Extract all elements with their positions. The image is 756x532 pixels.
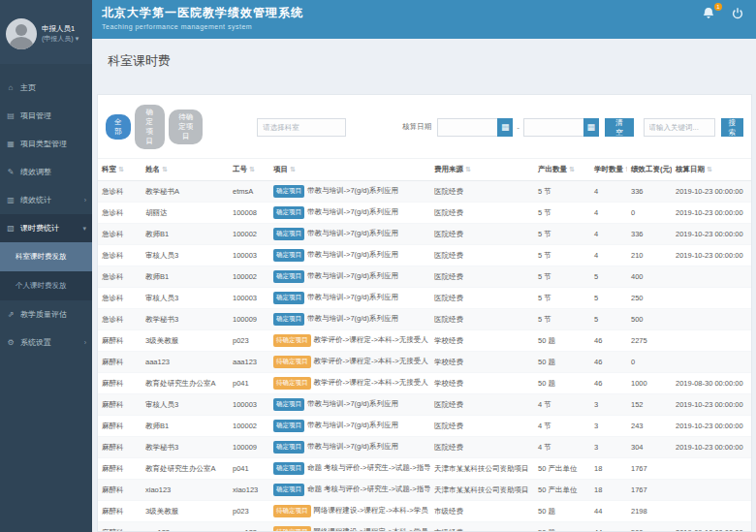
project-status-tag[interactable]: 确定项目 [273,270,304,283]
cell-date [672,266,751,288]
sidebar-item-performance-stats[interactable]: ▥ 绩效统计 › [0,186,92,214]
keyword-search-input[interactable] [644,118,715,137]
project-status-tag[interactable]: 确定项目 [273,462,304,475]
cell-dept: 急诊科 [98,203,142,224]
sidebar-item-project-type-management[interactable]: ▦ 项目类型管理 [0,130,92,158]
sort-icon[interactable]: ⇅ [465,166,471,172]
sidebar-item-system-settings[interactable]: ⚙ 系统设置 › [0,329,92,357]
table-row: 急诊科 审核人员3 100003 确定项目带教与培训->7(g/d)系列应用 医… [98,245,751,266]
table-row: 麻醉科 教育处研究生办公室A p041 确定项目命题 考核与评价->研究生->试… [98,458,751,480]
line-chart-icon: ⇗ [6,310,16,319]
cell-name: 审核人员3 [142,245,229,266]
sort-icon[interactable]: ⇅ [162,166,168,172]
sort-icon[interactable]: ⇅ [569,166,575,172]
sidebar-item-class-fee-stats[interactable]: ▧ 课时费统计 ▾ [0,214,92,242]
cell-output: 5 节 [534,181,590,203]
department-select-input[interactable] [257,118,346,137]
project-text: 带教与培训->7(g/d)系列应用 [307,207,398,216]
project-status-tag[interactable]: 待确定项目 [273,356,311,368]
edit-icon: ✎ [6,168,16,176]
cell-salary: 2198 [627,501,672,522]
cell-project: 确定项目带教与培训->7(g/d)系列应用 [269,309,430,330]
project-status-tag[interactable]: 确定项目 [273,441,304,454]
cell-output: 4 节 [534,394,590,416]
project-status-tag[interactable]: 确定项目 [273,249,304,262]
top-header: 北京大学第一医院教学绩效管理系统 Teaching performance ma… [92,0,756,39]
search-button[interactable]: 搜索 [721,118,744,137]
sidebar-item-home[interactable]: ⌂ 主页 [0,74,92,102]
cell-source: 医院经费 [430,266,534,288]
project-status-tag[interactable]: 确定项目 [273,398,304,411]
cell-name: 3级美教服 [142,501,229,522]
project-status-tag[interactable]: 确定项目 [273,420,304,432]
filter-all-button[interactable]: 全部 [106,114,131,140]
project-status-tag[interactable]: 确定项目 [273,292,304,304]
table-row: 麻醉科 xiao123 xiao123 确定项目命题 考核与评价->研究生->试… [98,480,751,501]
cell-project: 确定项目命题 考核与评价->研究生->试题->指导 [269,458,430,480]
project-status-tag[interactable]: 确定项目 [273,484,304,496]
user-role-dropdown[interactable]: (申报人员) ▾ [42,34,79,45]
sidebar-menu: ⌂ 主页 ▤ 项目管理 ▦ 项目类型管理 ✎ 绩效调整 ▥ 绩效统计 › ▧ 课… [0,74,92,357]
cell-dept: 急诊科 [98,224,142,245]
cell-hours: 44 [590,522,627,532]
project-status-tag[interactable]: 待确定项目 [273,526,311,532]
cell-source: 学校经费 [430,352,534,373]
chevron-down-icon: ▾ [76,35,79,42]
cell-id: etmsA [229,181,269,203]
filter-confirmed-button[interactable]: 确定项目 [135,105,166,149]
home-icon: ⌂ [6,83,16,92]
table-row: 急诊科 教师B1 100002 确定项目带教与培训->7(g/d)系列应用 医院… [98,266,751,288]
date-to-input[interactable] [524,119,584,136]
date-range-separator: - [517,123,520,132]
sidebar-subitem-personal-class-fee[interactable]: 个人课时费发放 [0,271,92,300]
cell-salary: 500 [627,522,672,532]
calendar-icon[interactable]: ▦ [497,118,513,137]
clear-date-button[interactable]: 清空日期 [605,118,634,137]
logout-button[interactable] [731,7,746,22]
calendar-icon[interactable]: ▦ [583,118,599,137]
sort-icon[interactable]: ⇅ [290,166,296,172]
project-status-tag[interactable]: 确定项目 [273,185,304,198]
cell-source: 天津市某某科技公司资助项目 [430,458,534,480]
sort-icon[interactable]: ⇅ [118,166,124,172]
cell-date: 2019-10-23 00:00:00 [672,437,751,458]
filter-pending-button[interactable]: 待确定项目 [169,110,203,144]
cell-output: 50 题 [534,522,590,532]
project-status-tag[interactable]: 待确定项目 [273,377,311,390]
project-status-tag[interactable]: 确定项目 [273,206,304,219]
cell-id: p023 [229,501,269,522]
cell-dept: 急诊科 [98,245,142,266]
project-text: 带教与培训->7(g/d)系列应用 [307,229,398,237]
project-status-tag[interactable]: 待确定项目 [273,505,311,517]
sort-icon[interactable]: ⇅ [249,166,255,172]
cell-date [672,352,751,373]
cell-hours: 3 [590,394,627,416]
sidebar-item-project-management[interactable]: ▤ 项目管理 [0,102,92,130]
sort-icon[interactable]: ⇅ [625,166,627,172]
notification-bell-button[interactable]: 1 [702,7,717,22]
project-text: 带教与培训->7(g/d)系列应用 [307,442,398,451]
cell-id: 100003 [229,245,269,266]
cell-salary: 0 [627,203,672,224]
sidebar-item-teaching-quality-eval[interactable]: ⇗ 教学质量评估 [0,300,92,329]
project-status-tag[interactable]: 确定项目 [273,228,304,240]
cell-source: 学校经费 [430,373,534,394]
date-from-input[interactable] [438,119,498,136]
project-text: 带教与培训->7(g/d)系列应用 [307,186,398,195]
cell-hours: 46 [590,352,627,373]
project-text: 教学评价->课程定->本科->无接受人 [314,378,428,387]
cell-hours: 4 [590,245,627,266]
col-header-hours: 学时数量⇅ [590,159,627,181]
col-header-source: 费用来源⇅ [430,159,534,181]
sidebar-subitem-dept-class-fee[interactable]: 科室课时费发放 [0,242,92,271]
cell-date [672,501,751,522]
cell-dept: 麻醉科 [98,394,142,416]
project-status-tag[interactable]: 确定项目 [273,313,304,326]
sort-icon[interactable]: ⇅ [707,166,712,172]
sidebar-item-performance-adjust[interactable]: ✎ 绩效调整 [0,158,92,186]
project-status-tag[interactable]: 待确定项目 [273,334,311,347]
cell-salary: 336 [627,224,672,245]
cell-project: 待确定项目教学评价->课程定->本科->无接受人 [269,352,430,373]
avatar [6,18,37,49]
cell-source: 医院经费 [430,245,534,266]
